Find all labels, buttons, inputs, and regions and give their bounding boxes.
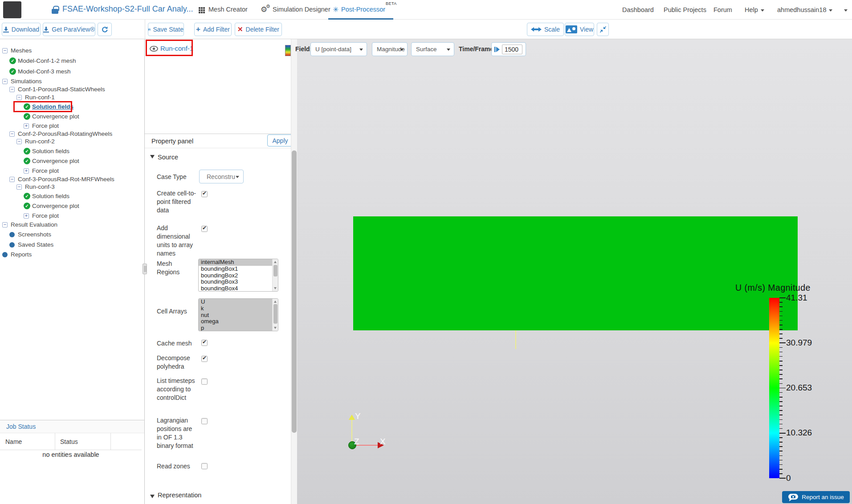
read-zones-checkbox[interactable]: [201, 463, 208, 469]
chevron-down-icon: [761, 9, 764, 12]
refresh-button[interactable]: [98, 23, 112, 36]
case-type-select[interactable]: Reconstru: [199, 170, 244, 183]
tab-mesh-creator[interactable]: Mesh Creator: [208, 6, 248, 13]
list-item[interactable]: boundingBox4: [199, 285, 278, 292]
section-collapse-icon[interactable]: [150, 155, 155, 159]
x-axis-line: [356, 445, 378, 446]
panel-divider: [145, 134, 291, 134]
nav-menu-help[interactable]: Help: [745, 6, 764, 13]
component-select[interactable]: Magnitude: [372, 42, 408, 56]
collapse-icon[interactable]: −: [2, 222, 8, 228]
representation-select[interactable]: Surface: [411, 42, 454, 56]
list-timesteps-checkbox[interactable]: [201, 378, 208, 385]
bullet-icon: [9, 242, 15, 248]
representation-section-header[interactable]: Representation: [158, 492, 201, 499]
project-title[interactable]: FSAE-Workshop-S2-Full Car Analy...: [62, 4, 193, 14]
tree-item-result-evaluation[interactable]: − Result Evaluation: [0, 220, 144, 230]
list-item[interactable]: U: [199, 299, 278, 305]
nav-link-dashboard[interactable]: Dashboard: [622, 6, 654, 13]
add-units-checkbox[interactable]: ✔: [201, 226, 208, 232]
fit-view-button[interactable]: [597, 23, 609, 36]
list-item[interactable]: nut: [199, 312, 278, 319]
column-divider: [55, 433, 55, 450]
field-select[interactable]: U [point-data]: [310, 42, 367, 56]
tree-item-convergence-plot-2[interactable]: ✓ Convergence plot: [0, 156, 144, 166]
play-to-end-icon[interactable]: [494, 46, 500, 53]
decompose-checkbox[interactable]: ✔: [201, 356, 208, 362]
tree-item-saved-states[interactable]: Saved States: [0, 240, 144, 250]
tab-simulation-designer[interactable]: Simulation Designer: [273, 6, 330, 13]
add-filter-button[interactable]: + Add Filter: [194, 23, 232, 36]
compress-arrows-icon: [599, 26, 607, 33]
collapse-icon[interactable]: −: [2, 48, 8, 53]
cache-mesh-checkbox[interactable]: ✔: [201, 340, 208, 346]
scroll-up-icon[interactable]: [274, 261, 277, 263]
collapse-icon[interactable]: −: [16, 139, 22, 144]
get-paraview-button[interactable]: Get ParaView®: [43, 23, 95, 36]
listbox-scrollbar[interactable]: [272, 299, 278, 331]
save-state-button[interactable]: Save State: [148, 23, 184, 36]
scale-button[interactable]: Scale: [527, 23, 564, 36]
expand-icon[interactable]: +: [24, 213, 29, 219]
report-issue-button[interactable]: Report an issue: [782, 491, 850, 503]
view-button[interactable]: View: [565, 23, 594, 36]
create-cell-checkbox[interactable]: ✔: [201, 191, 208, 197]
tree-item-run-conf-3[interactable]: − Run-conf-3: [0, 182, 144, 192]
list-item[interactable]: internalMesh: [199, 259, 278, 266]
panel-resize-handle[interactable]: [143, 264, 147, 274]
scroll-down-icon[interactable]: [274, 287, 277, 289]
list-item[interactable]: boundingBox1: [199, 266, 278, 272]
tree-item-screenshots[interactable]: Screenshots: [0, 230, 144, 240]
nav-menu-user[interactable]: ahmedhussain18: [777, 6, 832, 13]
list-item[interactable]: omega: [199, 318, 278, 325]
collapse-icon[interactable]: −: [2, 79, 8, 84]
delete-filter-button[interactable]: ✕ Delete Filter: [235, 23, 282, 36]
tree-item-force-plot-3[interactable]: + Force plot: [0, 211, 144, 221]
tree-item-solution-fields-2[interactable]: ✓ Solution fields: [0, 146, 144, 156]
simscale-logo-icon[interactable]: [3, 1, 21, 18]
section-collapse-icon[interactable]: [150, 495, 155, 498]
collapse-icon[interactable]: −: [9, 131, 15, 137]
tree-item-mesh-1[interactable]: ✓ Model-Conf-1-2 mesh: [0, 56, 144, 66]
scroll-up-icon[interactable]: [274, 301, 277, 303]
collapse-icon[interactable]: −: [9, 87, 15, 92]
collapse-icon[interactable]: −: [16, 95, 22, 100]
cell-arrays-listbox[interactable]: U k nut omega p: [198, 298, 278, 331]
legend-colorbar[interactable]: [769, 298, 779, 478]
tree-item-solution-fields-3[interactable]: ✓ Solution fields: [0, 191, 144, 201]
tree-item-meshes[interactable]: − Meshes: [0, 46, 144, 56]
beta-badge: BETA: [386, 1, 397, 6]
nav-link-public-projects[interactable]: Public Projects: [664, 6, 706, 13]
tree-item-convergence-plot-1[interactable]: ✓ Convergence plot: [0, 112, 144, 122]
result-surface-green[interactable]: [353, 216, 798, 330]
tree-item-reports[interactable]: Reports: [0, 250, 144, 260]
panel-scrollbar-thumb[interactable]: [292, 150, 297, 433]
list-item[interactable]: boundingBox2: [199, 272, 278, 279]
lagrangian-checkbox[interactable]: [201, 418, 208, 424]
source-section-header[interactable]: Source: [158, 154, 178, 161]
time-frame-input[interactable]: [502, 45, 522, 54]
tab-post-processor[interactable]: Post-Processor: [341, 6, 385, 13]
scrollbar-thumb[interactable]: [273, 304, 277, 324]
tree-item-run-conf-2[interactable]: − Run-conf-2: [0, 137, 144, 146]
nav-menu-more[interactable]: [841, 6, 848, 13]
lock-icon: [52, 9, 58, 14]
tree-item-convergence-plot-3[interactable]: ✓ Convergence plot: [0, 201, 144, 211]
list-item[interactable]: p: [199, 325, 278, 331]
list-item[interactable]: boundingBox3: [199, 279, 278, 285]
scrollbar-thumb[interactable]: [273, 265, 277, 276]
scroll-down-icon[interactable]: [274, 327, 277, 329]
collapse-icon[interactable]: −: [16, 184, 22, 190]
render-viewport[interactable]: Y Z X U (m/s) Magnitude 41.31 30.979 20.…: [297, 39, 852, 504]
nav-link-forum[interactable]: Forum: [713, 6, 732, 13]
mesh-regions-listbox[interactable]: internalMesh boundingBox1 boundingBox2 b…: [198, 259, 278, 292]
tree-item-mesh-2[interactable]: ✓ Model-Conf-3 mesh: [0, 67, 144, 77]
apply-button[interactable]: Apply: [267, 134, 293, 146]
listbox-scrollbar[interactable]: [272, 259, 278, 291]
expand-icon[interactable]: +: [24, 168, 29, 174]
expand-icon[interactable]: +: [24, 123, 29, 129]
list-item[interactable]: k: [199, 305, 278, 312]
colormap-icon[interactable]: [285, 45, 291, 56]
download-button[interactable]: Download: [2, 23, 41, 36]
collapse-icon[interactable]: −: [9, 177, 15, 182]
